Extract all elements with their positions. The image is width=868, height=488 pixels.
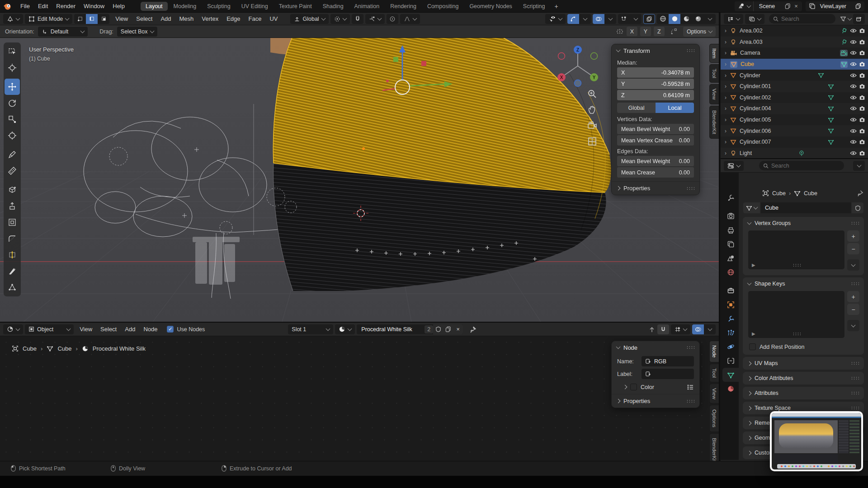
- shader-canvas[interactable]: Cube › Cube › Procedral White Silk Node: [0, 336, 719, 461]
- tab-animation[interactable]: Animation: [349, 2, 385, 11]
- camera-toggle-icon[interactable]: [859, 84, 865, 89]
- expand-icon[interactable]: ›: [723, 139, 728, 145]
- eye-icon[interactable]: [850, 128, 857, 134]
- expand-icon[interactable]: ›: [723, 50, 728, 56]
- breadcrumb-object[interactable]: Cube: [772, 190, 786, 197]
- shader-snap-target[interactable]: [671, 324, 690, 334]
- new-view-layer-icon[interactable]: [855, 3, 861, 9]
- view-layer-selector[interactable]: ViewLayer: [806, 1, 864, 11]
- pivot-point-button[interactable]: [330, 14, 350, 24]
- tab-modifiers[interactable]: [722, 312, 739, 326]
- color-attributes-header[interactable]: Color Attributes: [743, 372, 864, 385]
- expand-icon[interactable]: ›: [723, 28, 728, 34]
- move-tool[interactable]: [5, 79, 20, 95]
- mean-crease-field[interactable]: Mean Crease 0.00: [617, 167, 694, 178]
- eye-icon[interactable]: [850, 28, 857, 33]
- expand-icon[interactable]: ›: [723, 94, 728, 101]
- outliner-editor-type-button[interactable]: [724, 14, 743, 24]
- mirror-y-button[interactable]: Y: [640, 27, 651, 36]
- material-browse-button[interactable]: [335, 324, 355, 334]
- annotate-tool[interactable]: [5, 146, 20, 163]
- select-box-tool[interactable]: [5, 43, 20, 60]
- tab-tool[interactable]: [722, 191, 739, 205]
- tab-scene[interactable]: [722, 251, 739, 265]
- median-x-field[interactable]: X -0.34078 m: [617, 67, 694, 78]
- node-properties-header[interactable]: Properties: [612, 394, 699, 408]
- use-nodes-toggle[interactable]: ✓ Use Nodes: [167, 326, 205, 333]
- camera-toggle-icon[interactable]: [859, 128, 865, 134]
- unlink-material-button[interactable]: ×: [453, 324, 463, 334]
- solid-shading-button[interactable]: [669, 14, 680, 24]
- menu-render[interactable]: Render: [52, 0, 80, 13]
- eye-icon[interactable]: [850, 73, 857, 78]
- tab-rendering[interactable]: Rendering: [385, 2, 421, 11]
- camera-toggle-icon[interactable]: [859, 50, 865, 56]
- breadcrumb-object[interactable]: Cube: [23, 345, 37, 352]
- eye-icon[interactable]: [850, 95, 857, 100]
- proportional-edit-button[interactable]: [387, 14, 398, 24]
- camera-toggle-icon[interactable]: [859, 117, 865, 122]
- outliner-search-input[interactable]: [781, 16, 831, 22]
- color-swatch[interactable]: [630, 384, 637, 390]
- orientation-default-dropdown[interactable]: Default: [38, 27, 88, 37]
- global-button[interactable]: Global: [617, 103, 656, 113]
- poly-build-tool[interactable]: [5, 279, 20, 296]
- list-grip[interactable]: [793, 263, 801, 267]
- tab-particles[interactable]: [722, 326, 739, 340]
- shader-editor-type-button[interactable]: [3, 324, 23, 334]
- properties-options-button[interactable]: [853, 161, 865, 171]
- median-z-field[interactable]: Z 0.64109 m: [617, 90, 694, 100]
- panel-grip[interactable]: [686, 49, 694, 52]
- copy-scene-icon[interactable]: [785, 3, 791, 9]
- slot-dropdown[interactable]: Slot 1: [288, 324, 333, 334]
- panel-grip[interactable]: [851, 221, 859, 225]
- copy-material-button[interactable]: [443, 324, 453, 334]
- tab-texture-paint[interactable]: Texture Paint: [274, 2, 317, 11]
- expand-icon[interactable]: [623, 385, 627, 389]
- go-to-parent-icon[interactable]: [648, 326, 656, 333]
- screenshot-preview-thumbnail[interactable]: [770, 411, 863, 471]
- pan-hand-icon[interactable]: [587, 104, 598, 115]
- snap-base-icon[interactable]: [670, 28, 678, 35]
- local-button[interactable]: Local: [656, 103, 694, 113]
- snap-pair-dropdown[interactable]: [630, 14, 642, 24]
- edge-select-button[interactable]: [86, 14, 98, 24]
- mean-bevel-weight-field[interactable]: Mean Bevel Weight 0.00: [617, 124, 694, 134]
- knife-tool[interactable]: [5, 263, 20, 279]
- median-y-field[interactable]: Y -0.59528 m: [617, 79, 694, 89]
- tab-constraints[interactable]: [722, 354, 739, 368]
- camera-toggle-icon[interactable]: [859, 139, 865, 145]
- eye-icon[interactable]: [850, 117, 857, 122]
- list-resize-icon[interactable]: ▶: [752, 263, 755, 267]
- expand-icon[interactable]: ›: [723, 150, 728, 156]
- mirror-z-button[interactable]: Z: [654, 27, 665, 36]
- expand-icon[interactable]: ›: [723, 39, 728, 45]
- use-nodes-checkbox[interactable]: ✓: [167, 326, 174, 333]
- overlays-dropdown[interactable]: [604, 14, 616, 24]
- vertex-group-specials-button[interactable]: [847, 259, 859, 271]
- tab-sculpting[interactable]: Sculpting: [202, 2, 235, 11]
- panel-grip[interactable]: [851, 376, 859, 380]
- tab-compositing[interactable]: Compositing: [422, 2, 463, 11]
- menu-face[interactable]: Face: [245, 13, 266, 25]
- new-collection-button[interactable]: [853, 14, 865, 24]
- panel-grip[interactable]: [851, 282, 859, 286]
- tab-tool[interactable]: Tool: [709, 364, 719, 382]
- snap-with-button[interactable]: [365, 14, 385, 24]
- list-icon[interactable]: [687, 384, 694, 390]
- cursor-tool[interactable]: [5, 60, 20, 76]
- list-grip[interactable]: [793, 332, 801, 336]
- properties-subpanel-header[interactable]: Properties: [612, 181, 699, 195]
- tab-blenderkit[interactable]: BlenderKit: [709, 433, 719, 461]
- bevel-tool[interactable]: [5, 230, 20, 247]
- outliner-row-cylinder007[interactable]: › Cylinder.007: [721, 136, 868, 148]
- viewport-canvas[interactable]: Z X Y User Perspective (1) Cube: [0, 38, 719, 322]
- mode-selector[interactable]: Edit Mode: [25, 14, 72, 24]
- tab-view-layer[interactable]: [722, 237, 739, 251]
- outliner-row-cylinder[interactable]: › Cylinder: [721, 70, 868, 81]
- fake-user-button[interactable]: [433, 324, 443, 334]
- expand-icon[interactable]: ›: [723, 61, 728, 67]
- selectability-visibility-button[interactable]: [545, 14, 566, 24]
- menu-select[interactable]: Select: [96, 323, 121, 336]
- toggle-perspective-icon[interactable]: [587, 136, 598, 147]
